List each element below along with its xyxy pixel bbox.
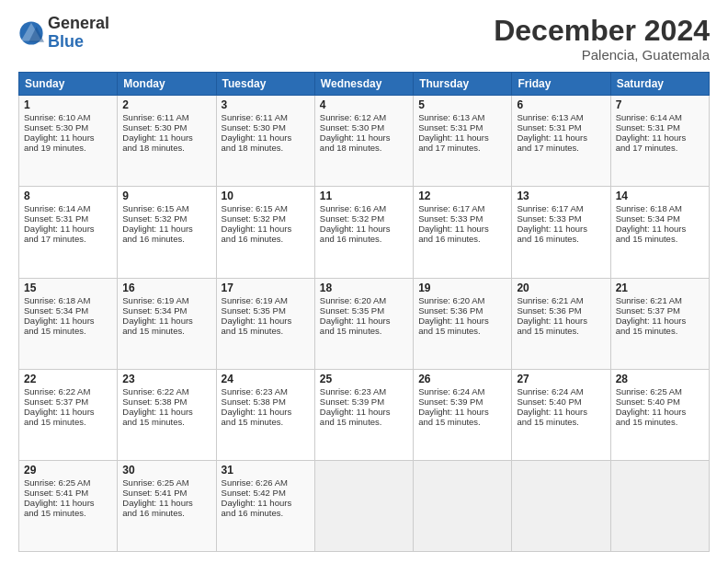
day-info-line: Daylight: 11 hours (24, 224, 112, 234)
page: General Blue December 2024 Palencia, Gua… (0, 0, 728, 563)
day-info-line: Daylight: 11 hours (122, 407, 210, 417)
header-tuesday: Tuesday (216, 73, 314, 96)
day-number: 18 (320, 282, 408, 294)
location: Palencia, Guatemala (494, 47, 710, 63)
day-info-line: Sunset: 5:40 PM (616, 396, 704, 407)
calendar-cell-w4-d5: 26Sunrise: 6:24 AMSunset: 5:39 PMDayligh… (414, 369, 512, 460)
day-info-line: Daylight: 11 hours (517, 407, 605, 417)
day-info-line: and 16 minutes. (222, 508, 310, 518)
day-info-line: and 15 minutes. (24, 326, 112, 336)
day-number: 9 (122, 190, 210, 202)
day-info-line: Sunset: 5:37 PM (24, 396, 112, 407)
day-info-line: and 16 minutes. (517, 234, 605, 244)
day-info-line: Sunset: 5:32 PM (222, 213, 310, 224)
day-info-line: Sunrise: 6:26 AM (222, 477, 310, 488)
calendar-cell-w3-d3: 17Sunrise: 6:19 AMSunset: 5:35 PMDayligh… (216, 278, 314, 369)
day-number: 12 (418, 190, 506, 202)
day-info-line: and 16 minutes. (122, 508, 210, 518)
day-info-line: Daylight: 11 hours (222, 407, 310, 417)
day-info-line: Sunset: 5:33 PM (418, 213, 506, 224)
day-info-line: Sunrise: 6:20 AM (320, 295, 408, 305)
day-info-line: Daylight: 11 hours (320, 132, 408, 143)
calendar-cell-w3-d4: 18Sunrise: 6:20 AMSunset: 5:35 PMDayligh… (314, 278, 413, 369)
day-info-line: and 19 minutes. (24, 143, 112, 153)
calendar-cell-w5-d2: 30Sunrise: 6:25 AMSunset: 5:41 PMDayligh… (118, 460, 216, 551)
calendar-cell-w3-d2: 16Sunrise: 6:19 AMSunset: 5:34 PMDayligh… (118, 278, 216, 369)
day-info-line: Sunset: 5:32 PM (122, 213, 210, 224)
day-number: 21 (616, 282, 704, 294)
day-number: 13 (517, 190, 605, 202)
header-sunday: Sunday (19, 73, 118, 96)
day-info-line: Sunset: 5:42 PM (222, 488, 310, 498)
day-info-line: Sunset: 5:33 PM (517, 213, 605, 224)
header-monday: Monday (118, 73, 216, 96)
day-number: 3 (222, 98, 310, 111)
day-info-line: Daylight: 11 hours (320, 224, 408, 234)
calendar-cell-w2-d4: 11Sunrise: 6:16 AMSunset: 5:32 PMDayligh… (314, 187, 413, 278)
day-info-line: Daylight: 11 hours (616, 224, 704, 234)
calendar-cell-w4-d6: 27Sunrise: 6:24 AMSunset: 5:40 PMDayligh… (512, 369, 610, 460)
day-info-line: Daylight: 11 hours (122, 498, 210, 508)
day-info-line: and 15 minutes. (122, 417, 210, 427)
day-info-line: and 15 minutes. (222, 326, 310, 336)
day-info-line: Sunrise: 6:19 AM (222, 295, 310, 305)
day-number: 10 (222, 190, 310, 202)
logo: General Blue (18, 15, 109, 52)
day-info-line: Sunset: 5:36 PM (517, 305, 605, 316)
day-info-line: and 18 minutes. (222, 143, 310, 153)
calendar-cell-w4-d1: 22Sunrise: 6:22 AMSunset: 5:37 PMDayligh… (19, 369, 118, 460)
calendar-cell-w2-d5: 12Sunrise: 6:17 AMSunset: 5:33 PMDayligh… (414, 187, 512, 278)
day-info-line: Daylight: 11 hours (616, 407, 704, 417)
day-info-line: Daylight: 11 hours (517, 316, 605, 326)
day-info-line: Sunrise: 6:25 AM (616, 386, 704, 396)
calendar-cell-w1-d5: 5Sunrise: 6:13 AMSunset: 5:31 PMDaylight… (414, 96, 512, 187)
day-info-line: Sunset: 5:32 PM (320, 213, 408, 224)
calendar-cell-w2-d3: 10Sunrise: 6:15 AMSunset: 5:32 PMDayligh… (216, 187, 314, 278)
header-thursday: Thursday (414, 73, 512, 96)
day-info-line: Sunrise: 6:13 AM (517, 112, 605, 122)
day-info-line: and 15 minutes. (616, 417, 704, 427)
day-info-line: and 17 minutes. (616, 143, 704, 153)
day-info-line: and 15 minutes. (616, 234, 704, 244)
calendar-cell-w3-d1: 15Sunrise: 6:18 AMSunset: 5:34 PMDayligh… (19, 278, 118, 369)
calendar-week-3: 15Sunrise: 6:18 AMSunset: 5:34 PMDayligh… (19, 278, 710, 369)
day-info-line: Sunrise: 6:22 AM (122, 386, 210, 396)
day-number: 23 (122, 373, 210, 385)
month-title: December 2024 (494, 15, 710, 47)
day-info-line: Sunset: 5:30 PM (222, 122, 310, 132)
day-number: 22 (24, 373, 112, 385)
calendar-cell-w4-d2: 23Sunrise: 6:22 AMSunset: 5:38 PMDayligh… (118, 369, 216, 460)
day-info-line: and 18 minutes. (122, 143, 210, 153)
calendar-cell-w2-d2: 9Sunrise: 6:15 AMSunset: 5:32 PMDaylight… (118, 187, 216, 278)
day-info-line: Daylight: 11 hours (418, 132, 506, 143)
calendar-cell-w5-d5 (414, 460, 512, 551)
day-info-line: Sunrise: 6:13 AM (418, 112, 506, 122)
day-info-line: Sunset: 5:41 PM (24, 488, 112, 498)
day-number: 17 (222, 282, 310, 294)
day-info-line: Daylight: 11 hours (517, 132, 605, 143)
day-info-line: Daylight: 11 hours (24, 407, 112, 417)
day-info-line: Sunset: 5:30 PM (24, 122, 112, 132)
day-info-line: Sunset: 5:37 PM (616, 305, 704, 316)
day-info-line: Sunset: 5:39 PM (418, 396, 506, 407)
day-info-line: Sunrise: 6:14 AM (24, 203, 112, 213)
day-info-line: Sunrise: 6:17 AM (517, 203, 605, 213)
day-info-line: Sunrise: 6:19 AM (122, 295, 210, 305)
calendar-cell-w1-d3: 3Sunrise: 6:11 AMSunset: 5:30 PMDaylight… (216, 96, 314, 187)
day-info-line: Sunrise: 6:21 AM (517, 295, 605, 305)
day-info-line: Daylight: 11 hours (418, 316, 506, 326)
day-number: 16 (122, 282, 210, 294)
day-number: 2 (122, 98, 210, 111)
day-info-line: Sunrise: 6:15 AM (222, 203, 310, 213)
day-info-line: Sunset: 5:35 PM (320, 305, 408, 316)
day-info-line: Sunset: 5:38 PM (122, 396, 210, 407)
logo-general-text: General (48, 15, 109, 33)
day-info-line: Sunset: 5:40 PM (517, 396, 605, 407)
day-info-line: Daylight: 11 hours (122, 224, 210, 234)
calendar-cell-w5-d3: 31Sunrise: 6:26 AMSunset: 5:42 PMDayligh… (216, 460, 314, 551)
day-info-line: Sunrise: 6:21 AM (616, 295, 704, 305)
calendar-cell-w2-d6: 13Sunrise: 6:17 AMSunset: 5:33 PMDayligh… (512, 187, 610, 278)
day-number: 28 (616, 373, 704, 385)
day-info-line: Sunrise: 6:23 AM (320, 386, 408, 396)
day-number: 4 (320, 98, 408, 111)
